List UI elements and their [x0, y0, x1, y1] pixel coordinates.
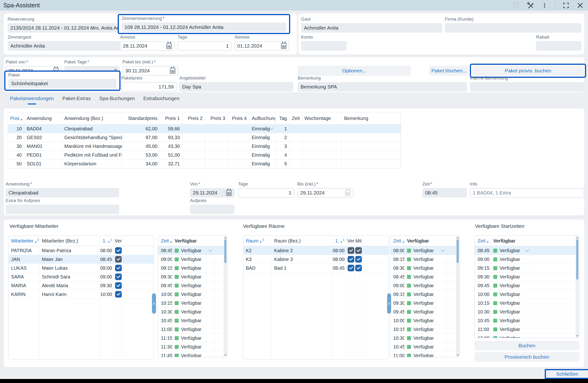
optionen-button[interactable]: Optionen... — [298, 66, 411, 76]
column-header-wochentage[interactable]: Wochentage — [302, 113, 342, 124]
column-header-verfuegbar[interactable]: Verfügbar — [405, 236, 447, 246]
cell-aufbuchung-dropdown[interactable]: Einmalig — [249, 151, 275, 159]
time-row[interactable]: 11:00 Verfügbar — [390, 351, 456, 357]
time-row[interactable]: 10:15 Verfügbar — [475, 299, 575, 308]
time-row[interactable]: 09:30 Verfügbar — [390, 299, 456, 308]
time-row[interactable]: 13:00 Verfügbar — [475, 334, 575, 338]
time-row[interactable]: 10:15 Verfügbar — [158, 299, 224, 308]
column-header-anwendung-bez[interactable]: Anwendung (Bez.) — [62, 113, 122, 124]
paket-input[interactable]: Schönheitspaket — [8, 79, 117, 88]
column-header-mit[interactable]: Mit — [355, 236, 362, 246]
close-icon[interactable] — [577, 2, 584, 9]
column-header-tag[interactable]: Tag — [275, 113, 290, 124]
paket-loeschen-button[interactable]: Paket löschen... — [429, 66, 469, 76]
time-row[interactable]: 09:15 Verfügbar — [475, 264, 575, 272]
time-row[interactable]: 10:45 Verfügbar — [158, 316, 224, 325]
checkbox-checked[interactable] — [115, 265, 122, 271]
zimmergast-input[interactable]: Achmüller Anita — [8, 41, 121, 51]
column-expander-handle[interactable]: › — [152, 293, 156, 314]
column-header-zeit[interactable]: Zeit — [290, 113, 302, 124]
time-row[interactable]: 10:30 Verfügbar — [475, 308, 575, 316]
time-row[interactable]: 09:30 Verfügbar — [475, 272, 575, 281]
zimmerreservierung-input[interactable]: 109 28.11.2024 - 01.12.2024 Achmüller An… — [122, 23, 286, 32]
column-header-verfuegbar[interactable]: Ver — [115, 236, 122, 246]
cell-aufbuchung-dropdown[interactable]: Einmalig — [249, 124, 275, 133]
kebab-menu-icon[interactable] — [541, 2, 548, 9]
cell-aufbuchung-dropdown[interactable]: Einmalig — [249, 133, 275, 142]
checkbox-checked[interactable] — [115, 291, 122, 298]
gast-input[interactable]: Achmüller Anita — [301, 23, 442, 33]
tab[interactable]: Extrabuchungen — [143, 95, 180, 106]
time-row[interactable]: 08:45 Verfügbar — [390, 272, 456, 281]
time-row[interactable]: 09:00 Verfügbar — [390, 281, 456, 290]
column-header-first-time[interactable]: 1.1 — [332, 236, 347, 246]
scroll-down-icon[interactable] — [224, 354, 227, 356]
tage-input[interactable]: 1 — [177, 41, 231, 51]
checkbox-checked[interactable] — [348, 256, 354, 263]
time-row[interactable]: 10:00 Verfügbar — [475, 290, 575, 299]
paketpreis-input[interactable]: 171,59 — [121, 82, 177, 91]
info-input[interactable]: 1 BAD04, 1 Extra — [470, 188, 584, 198]
checkbox-checked[interactable] — [115, 273, 122, 280]
calendar-icon[interactable] — [281, 43, 286, 49]
tage-anwendung-input[interactable]: 1 — [238, 188, 294, 198]
checkbox-checked[interactable] — [115, 247, 122, 254]
scrollbar[interactable] — [456, 236, 460, 357]
column-header-mitarbeiter-bez[interactable]: Mitarbeiter (Bez.) — [40, 236, 99, 246]
time-row[interactable]: 08:45 Verfügbar — [475, 246, 575, 255]
time-row[interactable]: 09:45 Verfügbar — [158, 281, 224, 290]
mitarbeiter-row[interactable]: PATRIZIA Maran Patriza 08:00 — [9, 246, 153, 255]
calendar-icon[interactable] — [170, 68, 175, 74]
time-row[interactable]: 10:00 Verfügbar — [158, 290, 224, 299]
table-row[interactable]: 40 PED01 Pediküre mit Fußbad und Fuß... … — [8, 151, 401, 159]
calendar-icon[interactable] — [345, 190, 351, 196]
time-row[interactable]: 11:00 Verfügbar — [475, 325, 575, 334]
table-row[interactable]: 50 SOL01 Körpersolarium 34,00 32,71 Einm… — [8, 159, 401, 168]
time-row[interactable]: 10:15 Verfügbar — [390, 325, 456, 334]
column-header-preis3[interactable]: Preis 3 — [205, 113, 228, 124]
calendar-icon[interactable] — [226, 190, 231, 196]
checkbox-checked[interactable] — [355, 256, 362, 263]
time-row[interactable]: 10:45 Verfügbar — [390, 342, 456, 351]
scrollbar[interactable] — [224, 236, 227, 357]
column-header-raum-bez[interactable]: Raum (Bez.) — [272, 236, 332, 246]
raum-row[interactable]: BAD Bad 1 08:45 — [243, 264, 389, 272]
tab[interactable]: Spa-Buchungen — [99, 95, 135, 106]
time-row[interactable]: 11:45 Verfügbar — [158, 351, 224, 357]
table-row[interactable]: 10 BAD04 Cleopatrabad 62,00 59,66 Einmal… — [8, 124, 401, 133]
column-expander-handle[interactable]: › — [387, 293, 391, 314]
interne-bemerkung-input[interactable] — [470, 82, 584, 91]
time-row[interactable]: 09:15 Verfügbar — [158, 264, 224, 272]
scroll-down-icon[interactable] — [457, 354, 459, 356]
column-header-bemerkung[interactable]: Bemerkung — [342, 113, 401, 124]
column-header-raum[interactable]: Raum2 — [243, 236, 272, 246]
time-row[interactable]: 09:45 Verfügbar — [390, 308, 456, 316]
tab[interactable]: Paketanwendungen — [9, 95, 54, 106]
mitarbeiter-row[interactable]: SARA Schmidt Sara 09:00 — [9, 272, 153, 281]
table-row[interactable]: 30 MAN01 Maniküre mit Handmassage 45,00 … — [8, 142, 401, 151]
column-header-mitarbeiter[interactable]: Mitarbeiter2 — [9, 236, 40, 246]
checkbox-checked[interactable] — [115, 256, 122, 263]
mitarbeiter-row[interactable]: KARIN Hanni Karin 10:00 — [9, 290, 153, 299]
checkbox-checked[interactable] — [348, 247, 354, 254]
konto-input[interactable] — [301, 41, 346, 51]
checkbox-checked[interactable] — [348, 265, 354, 271]
column-header-verfuegbar[interactable]: Ver — [347, 236, 355, 246]
fullscreen-icon[interactable] — [563, 2, 569, 9]
angebotstitel-input[interactable]: Day Spa — [179, 82, 293, 91]
column-header-zeit[interactable]: Zeit — [475, 236, 491, 246]
cell-aufbuchung-dropdown[interactable]: Einmalig — [249, 159, 275, 168]
time-row[interactable]: 08:45 Verfügbar — [158, 246, 224, 255]
column-header-anwendung[interactable]: Anwendung — [24, 113, 62, 124]
column-header-standardpreis[interactable]: Standardpreis — [122, 113, 160, 124]
scrollbar-thumb[interactable] — [457, 239, 459, 263]
time-row[interactable]: 08:15 Verfügbar — [390, 255, 456, 264]
schliessen-button[interactable]: Schließen — [545, 369, 588, 379]
paket-bis-input[interactable]: 30.11.2024 — [123, 66, 178, 75]
paket-provis-buchen-button[interactable]: Paket provis. buchen — [472, 66, 584, 76]
tools-icon[interactable] — [527, 2, 534, 9]
time-row[interactable]: 09:00 Verfügbar — [475, 255, 575, 264]
tab[interactable]: Paket-Extras — [62, 95, 91, 106]
bis-input[interactable]: 29.11.2024 — [297, 188, 353, 198]
column-header-preis2[interactable]: Preis 2 — [182, 113, 205, 124]
